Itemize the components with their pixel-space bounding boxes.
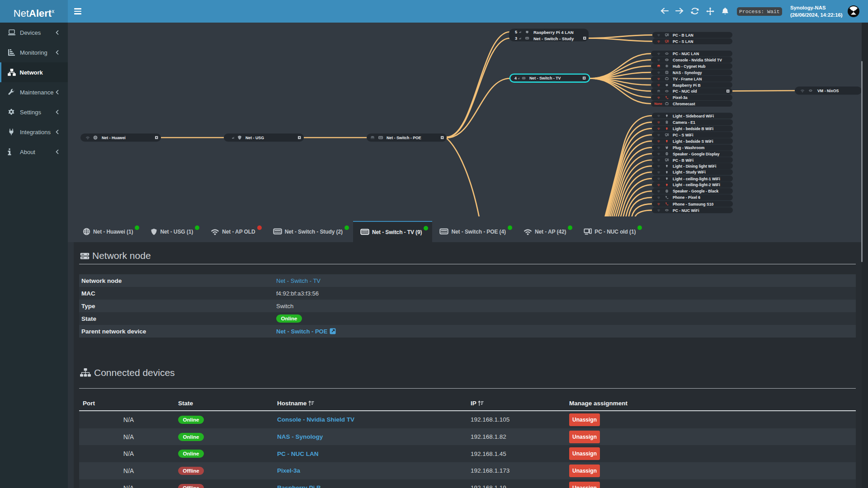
- svg-text:Pixel-3a: Pixel-3a: [673, 95, 688, 100]
- svg-text:PC - S WiFi: PC - S WiFi: [673, 133, 693, 137]
- svg-text:Light - ceiling-light-2 WiFi: Light - ceiling-light-2 WiFi: [673, 183, 720, 187]
- svg-text:Console - Nvidia Shield TV: Console - Nvidia Shield TV: [673, 58, 722, 62]
- svg-text:Phone - Pixel 6: Phone - Pixel 6: [673, 195, 700, 200]
- svg-text:Net - Switch - TV: Net - Switch - TV: [529, 76, 561, 80]
- svg-text:Raspberry Pi B: Raspberry Pi B: [673, 83, 701, 88]
- svg-text:VM - NixOS: VM - NixOS: [817, 89, 839, 93]
- svg-text:PC - S LAN: PC - S LAN: [673, 39, 693, 44]
- svg-text:Light - Sideboard WiFi: Light - Sideboard WiFi: [673, 114, 714, 118]
- svg-text:NAS - Synology: NAS - Synology: [673, 70, 702, 75]
- svg-text:Net - Huawei: Net - Huawei: [102, 136, 126, 140]
- svg-text:Hub - Cygnet Hub: Hub - Cygnet Hub: [673, 64, 706, 69]
- svg-text:Speaker - Google - Black: Speaker - Google - Black: [673, 189, 718, 193]
- svg-text:Light - Dining light WiFi: Light - Dining light WiFi: [673, 164, 716, 169]
- svg-text:5: 5: [515, 30, 517, 34]
- svg-text:Camera - E1: Camera - E1: [673, 120, 695, 125]
- svg-text:Raspberry Pi 4 LAN: Raspberry Pi 4 LAN: [533, 30, 574, 35]
- svg-text:None: None: [654, 102, 662, 105]
- svg-text:Light - bedside B WiFi: Light - bedside B WiFi: [673, 127, 713, 131]
- svg-text:4: 4: [514, 76, 517, 80]
- svg-text:Light - bedside S WiFi: Light - bedside S WiFi: [673, 139, 713, 144]
- svg-text:TV - Frame LAN: TV - Frame LAN: [673, 77, 702, 81]
- svg-text:Net - Switch - POE: Net - Switch - POE: [387, 136, 421, 140]
- svg-text:Light - Study WiFi: Light - Study WiFi: [673, 170, 706, 174]
- svg-text:PC - NUC LAN: PC - NUC LAN: [673, 52, 699, 56]
- svg-text:3: 3: [515, 36, 517, 41]
- svg-text:Speaker - Google Display: Speaker - Google Display: [673, 152, 720, 156]
- svg-text:Net - Switch - Study: Net - Switch - Study: [533, 36, 574, 41]
- svg-text:Light - ceiling-light-1 WiFi: Light - ceiling-light-1 WiFi: [673, 177, 720, 181]
- svg-text:PC - B WiFi: PC - B WiFi: [673, 158, 693, 163]
- svg-text:Chromecast: Chromecast: [673, 102, 695, 106]
- svg-text:PC - NUC WiFi: PC - NUC WiFi: [673, 208, 699, 213]
- svg-text:Plug - Washroom: Plug - Washroom: [673, 145, 705, 150]
- svg-text:Net - USG: Net - USG: [245, 136, 264, 140]
- svg-text:PC - NUC old: PC - NUC old: [673, 89, 697, 94]
- svg-text:PC - B LAN: PC - B LAN: [673, 33, 693, 38]
- svg-text:Phone - Samsung S10: Phone - Samsung S10: [673, 202, 713, 206]
